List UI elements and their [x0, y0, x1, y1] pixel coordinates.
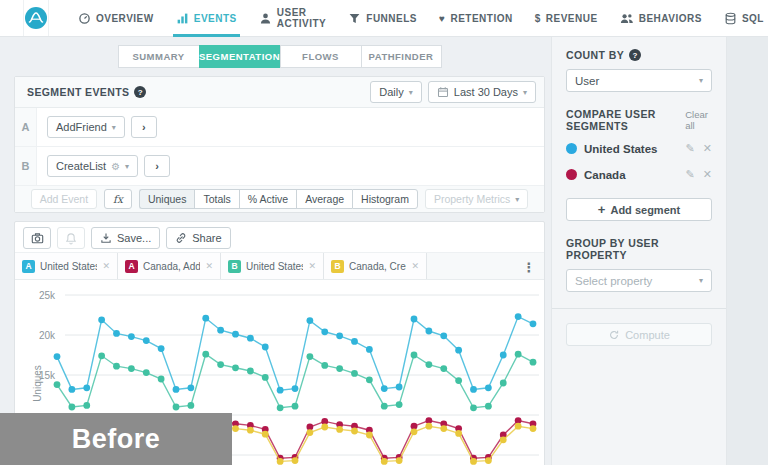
help-icon[interactable]: ? [629, 49, 641, 61]
compare-segments-header: COMPARE USER SEGMENTS Clear all [566, 108, 712, 132]
nav-item-label: REVENUE [546, 13, 598, 24]
series-legend-tabs: A United States, Add... ✕ A Canada, AddF… [15, 252, 544, 280]
count-by-select[interactable]: User ▾ [566, 69, 712, 92]
chevron-down-icon: ▾ [112, 123, 116, 132]
chevron-down-icon: ▾ [523, 88, 527, 97]
close-icon[interactable]: ✕ [411, 261, 419, 271]
series-badge: A [22, 260, 35, 273]
nav-item-label: RETENTION [450, 13, 512, 24]
database-icon [724, 12, 737, 25]
segment-events-panel: SEGMENT EVENTS ? Daily ▾ Last 30 Days ▾ [14, 76, 545, 213]
main-column: SUMMARY SEGMENTATION FLOWS PATHFINDER SE… [0, 37, 551, 465]
nav-item-behaviors[interactable]: BEHAVIORS [609, 0, 713, 36]
event-row-b: B CreateList ⚙ ▾ › [15, 147, 544, 186]
nav-item-events[interactable]: EVENTS [165, 0, 248, 36]
chevron-right-icon: › [142, 121, 146, 133]
segment-events-header: SEGMENT EVENTS ? Daily ▾ Last 30 Days ▾ [15, 77, 544, 108]
expand-event-b-button[interactable]: › [144, 155, 170, 177]
series-badge: B [331, 260, 344, 273]
series-badge: A [125, 260, 138, 273]
legend-overflow-menu-button[interactable]: ⋮ [520, 257, 538, 277]
logo-cell[interactable] [23, 0, 49, 36]
nav-item-user-activity[interactable]: USER ACTIVITY [248, 0, 338, 36]
nav-item-label: USER ACTIVITY [277, 7, 327, 29]
close-icon[interactable]: ✕ [703, 168, 712, 181]
alert-bell-button[interactable] [57, 227, 85, 249]
nav-item-label: SQL [742, 13, 764, 24]
clear-all-link[interactable]: Clear all [685, 109, 712, 131]
series-badge: B [228, 260, 241, 273]
svg-text:25k: 25k [39, 290, 56, 301]
tab-segmentation[interactable]: SEGMENTATION [199, 45, 280, 68]
save-button[interactable]: Save... [91, 227, 160, 249]
close-icon[interactable]: ✕ [102, 261, 110, 271]
nav-item-label: FUNNELS [366, 13, 417, 24]
compare-segments-label: COMPARE USER SEGMENTS [566, 108, 685, 132]
help-icon[interactable]: ? [134, 86, 146, 98]
add-event-button[interactable]: Add Event [31, 189, 97, 209]
metric-uniques[interactable]: Uniques [139, 189, 195, 209]
metric-histogram[interactable]: Histogram [352, 189, 418, 209]
add-segment-button[interactable]: + Add segment [566, 198, 712, 221]
compute-button[interactable]: Compute [566, 323, 712, 346]
chevron-right-icon: › [155, 160, 159, 172]
tab-summary[interactable]: SUMMARY [118, 45, 199, 68]
download-icon [100, 232, 112, 244]
legend-tab-us-addfriend[interactable]: A United States, Add... ✕ [15, 253, 118, 279]
metrics-toolbar: Add Event fx Uniques Totals % Active Ave… [15, 186, 544, 212]
chart-toolbar: Save... Share [15, 222, 544, 252]
event-select-a[interactable]: AddFriend ▾ [47, 116, 125, 138]
legend-tab-canada-createlist[interactable]: B Canada, CreateList ✕ [324, 253, 427, 279]
top-nav: OVERVIEW EVENTS USER ACTIVITY FUNNELS ♥ … [0, 0, 768, 37]
legend-tab-us-createlist[interactable]: B United States, Cre... ✕ [221, 253, 324, 279]
pencil-icon[interactable]: ✎ [686, 168, 695, 181]
user-icon [259, 12, 272, 25]
count-by-label: COUNT BY ? [566, 49, 712, 61]
right-sidebar: COUNT BY ? User ▾ COMPARE USER SEGMENTS … [551, 37, 727, 465]
before-label: Before [72, 424, 161, 455]
close-icon[interactable]: ✕ [703, 142, 712, 155]
formula-button[interactable]: fx [104, 189, 132, 209]
nav-item-overview[interactable]: OVERVIEW [67, 0, 165, 36]
metric-totals[interactable]: Totals [194, 189, 238, 209]
close-icon[interactable]: ✕ [205, 261, 213, 271]
metric-toggle-group: Uniques Totals % Active Average Histogra… [139, 189, 418, 209]
share-button[interactable]: Share [166, 227, 230, 249]
ellipsis-icon: ⋮ [523, 260, 536, 275]
nav-item-funnels[interactable]: FUNNELS [337, 0, 428, 36]
view-subtabs: SUMMARY SEGMENTATION FLOWS PATHFINDER [14, 45, 545, 68]
pencil-icon[interactable]: ✎ [686, 142, 695, 155]
chevron-down-icon: ▾ [699, 276, 703, 285]
event-row-key: A [15, 108, 37, 146]
legend-tab-canada-addfriend[interactable]: A Canada, AddFriend ✕ [118, 253, 221, 279]
heart-icon: ♥ [439, 13, 445, 24]
chevron-down-icon: ▾ [515, 195, 519, 204]
event-row-a: A AddFriend ▾ › [15, 108, 544, 147]
expand-event-a-button[interactable]: › [131, 116, 157, 138]
tab-flows[interactable]: FLOWS [280, 45, 361, 68]
nav-item-label: EVENTS [194, 13, 237, 24]
group-by-select[interactable]: Select property ▾ [566, 269, 712, 292]
nav-item-revenue[interactable]: $ REVENUE [524, 0, 609, 36]
bell-icon [65, 232, 77, 245]
date-range-dropdown[interactable]: Last 30 Days ▾ [428, 81, 536, 103]
plus-icon: + [598, 202, 606, 217]
camera-icon [31, 232, 44, 244]
event-select-b[interactable]: CreateList ⚙ ▾ [47, 155, 138, 177]
close-icon[interactable]: ✕ [308, 261, 316, 271]
dollar-icon: $ [535, 13, 541, 24]
metric-average[interactable]: Average [296, 189, 352, 209]
metric-percent-active[interactable]: % Active [239, 189, 296, 209]
app-root: OVERVIEW EVENTS USER ACTIVITY FUNNELS ♥ … [0, 0, 768, 465]
tab-pathfinder[interactable]: PATHFINDER [361, 45, 442, 68]
nav-item-retention[interactable]: ♥ RETENTION [428, 0, 524, 36]
y-axis-label: Uniques [32, 365, 43, 402]
link-icon [175, 232, 187, 244]
chevron-down-icon: ▾ [699, 76, 703, 85]
segment-color-dot [566, 143, 577, 154]
property-metrics-dropdown[interactable]: Property Metrics ▾ [425, 189, 528, 209]
interval-dropdown[interactable]: Daily ▾ [370, 81, 421, 103]
nav-item-sql[interactable]: SQL [713, 0, 768, 36]
refresh-icon [608, 329, 620, 341]
snapshot-button[interactable] [23, 227, 51, 249]
